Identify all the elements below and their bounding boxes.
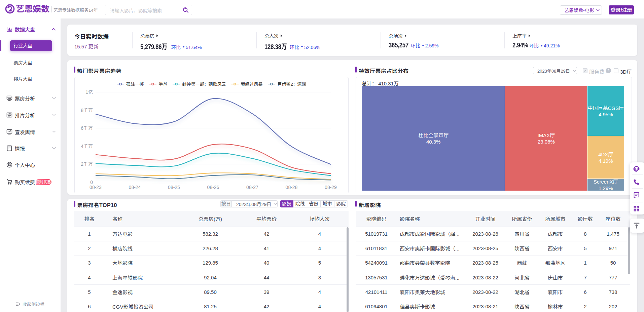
- svg-text:1亿: 1亿: [85, 89, 93, 95]
- svg-text:08-28: 08-28: [286, 185, 298, 190]
- svg-text:0: 0: [90, 180, 93, 185]
- svg-text:08-29: 08-29: [325, 185, 337, 190]
- svg-text:2千万: 2千万: [81, 161, 93, 167]
- svg-text:4千万: 4千万: [81, 144, 93, 149]
- svg-text:8千万: 8千万: [81, 108, 93, 113]
- svg-text:08-23: 08-23: [90, 185, 102, 190]
- svg-text:08-24: 08-24: [129, 185, 141, 190]
- svg-text:08-26: 08-26: [207, 185, 219, 190]
- svg-text:6千万: 6千万: [81, 125, 93, 131]
- svg-text:08-27: 08-27: [246, 185, 258, 190]
- svg-text:08-25: 08-25: [168, 185, 180, 190]
